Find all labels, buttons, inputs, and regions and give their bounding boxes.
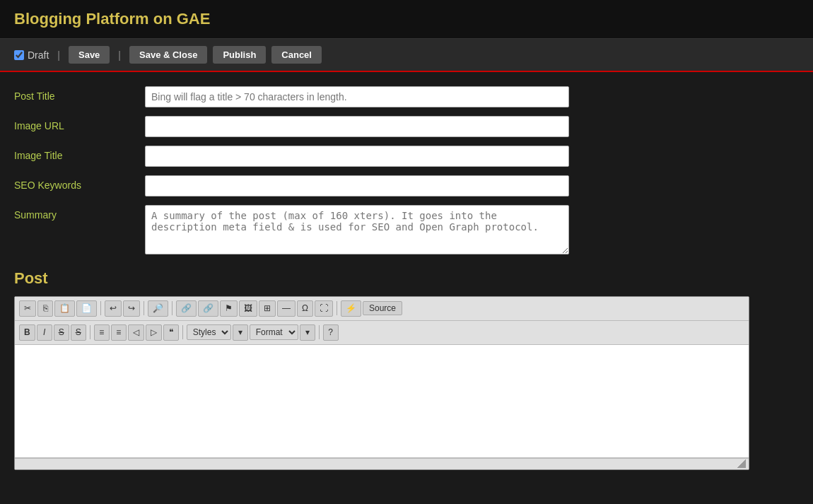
post-section-title: Post <box>14 269 799 288</box>
app-title: Blogging Platform on GAE <box>14 10 799 28</box>
footer: Email Us || Send a Tweet || Powered by G… <box>0 491 813 504</box>
link-button[interactable]: 🔗 <box>176 300 197 317</box>
save-close-button[interactable]: Save & Close <box>129 46 207 64</box>
redo-button[interactable]: ↪ <box>123 300 140 317</box>
main-content: Post Title Image URL Image Title SEO Key… <box>0 72 813 484</box>
omega-button[interactable]: Ω <box>297 300 313 317</box>
source-button[interactable]: Source <box>363 301 402 315</box>
post-title-input-wrap <box>145 86 569 107</box>
indent-increase-button[interactable]: ▷ <box>146 324 162 341</box>
paste-word-button[interactable]: 📄 <box>76 300 97 317</box>
undo-button[interactable]: ↩ <box>105 300 122 317</box>
editor-toolbar-1: ✂ ⎘ 📋 📄 ↩ ↪ 🔎 🔗 🔗 ⚑ 🖼 ⊞ — Ω ⛶ ⚡ <box>15 297 749 321</box>
post-title-input[interactable] <box>145 86 569 107</box>
editor-body[interactable] <box>15 345 749 458</box>
publish-button[interactable]: Publish <box>213 46 266 64</box>
fullscreen-button[interactable]: ⛶ <box>315 300 333 317</box>
tb2-sep2 <box>182 325 183 339</box>
tb2-sep1 <box>90 325 90 339</box>
seo-keywords-input[interactable] <box>145 175 569 197</box>
image-url-label: Image URL <box>14 116 145 131</box>
image-title-row: Image Title <box>14 146 799 167</box>
save-button[interactable]: Save <box>69 46 110 64</box>
copy-button[interactable]: ⎘ <box>37 300 53 317</box>
post-title-label: Post Title <box>14 86 145 102</box>
unlink-button[interactable]: 🔗 <box>198 300 218 317</box>
cancel-button[interactable]: Cancel <box>271 46 322 64</box>
flash-button[interactable]: ⚡ <box>341 300 361 317</box>
post-title-row: Post Title <box>14 86 799 107</box>
help-button[interactable]: ? <box>323 324 339 341</box>
image-title-label: Image Title <box>14 146 145 161</box>
tb2-sep3 <box>319 325 320 339</box>
draft-checkbox-label[interactable]: Draft <box>14 49 49 61</box>
editor-toolbar-2: B I S S ≡ ≡ ◁ ▷ ❝ Styles ▾ Format ▾ <box>15 321 749 345</box>
underline-button[interactable]: S <box>54 324 69 341</box>
editor-container: ✂ ⎘ 📋 📄 ↩ ↪ 🔎 🔗 🔗 ⚑ 🖼 ⊞ — Ω ⛶ ⚡ <box>14 296 749 470</box>
format-select[interactable]: Format <box>250 324 298 340</box>
flag-button[interactable]: ⚑ <box>220 300 238 317</box>
tb1-sep2 <box>144 301 144 315</box>
toolbar-sep-1: | <box>57 49 60 61</box>
toolbar-sep-2: | <box>118 49 121 61</box>
image-url-input-wrap <box>145 116 569 137</box>
editor-statusbar <box>15 458 749 469</box>
ul-button[interactable]: ≡ <box>111 324 127 341</box>
summary-textarea[interactable] <box>145 205 569 254</box>
find-button[interactable]: 🔎 <box>148 300 168 317</box>
summary-row: Summary <box>14 205 799 257</box>
italic-button[interactable]: I <box>37 324 52 341</box>
format-dropdown-arrow[interactable]: ▾ <box>300 324 315 341</box>
header: Blogging Platform on GAE <box>0 0 813 39</box>
image-title-input[interactable] <box>145 146 569 167</box>
bold-button[interactable]: B <box>19 324 35 341</box>
draft-label-text: Draft <box>28 49 49 61</box>
strikethrough-button[interactable]: S <box>71 324 86 341</box>
seo-keywords-input-wrap <box>145 175 569 197</box>
blockquote-button[interactable]: ❝ <box>163 324 179 341</box>
paste-text-button[interactable]: 📋 <box>54 300 75 317</box>
summary-input-wrap <box>145 205 569 257</box>
tb1-sep1 <box>100 301 101 315</box>
seo-keywords-label: SEO Keywords <box>14 175 145 191</box>
cut-button[interactable]: ✂ <box>19 300 36 317</box>
styles-select[interactable]: Styles <box>187 324 231 340</box>
resize-handle[interactable] <box>737 459 746 468</box>
image-url-input[interactable] <box>145 116 569 137</box>
image-title-input-wrap <box>145 146 569 167</box>
seo-keywords-row: SEO Keywords <box>14 175 799 197</box>
image-button[interactable]: 🖼 <box>239 300 257 317</box>
image-url-row: Image URL <box>14 116 799 137</box>
toolbar: Draft | Save | Save & Close Publish Canc… <box>0 39 813 72</box>
summary-label: Summary <box>14 205 145 221</box>
table-button[interactable]: ⊞ <box>259 300 276 317</box>
ol-button[interactable]: ≡ <box>94 324 110 341</box>
styles-dropdown-arrow[interactable]: ▾ <box>233 324 248 341</box>
draft-checkbox[interactable] <box>14 50 24 60</box>
hr-button[interactable]: — <box>277 300 296 317</box>
tb1-sep4 <box>337 301 337 315</box>
post-section: Post ✂ ⎘ 📋 📄 ↩ ↪ 🔎 🔗 🔗 ⚑ 🖼 ⊞ — <box>14 269 799 484</box>
indent-decrease-button[interactable]: ◁ <box>128 324 144 341</box>
tb1-sep3 <box>172 301 172 315</box>
